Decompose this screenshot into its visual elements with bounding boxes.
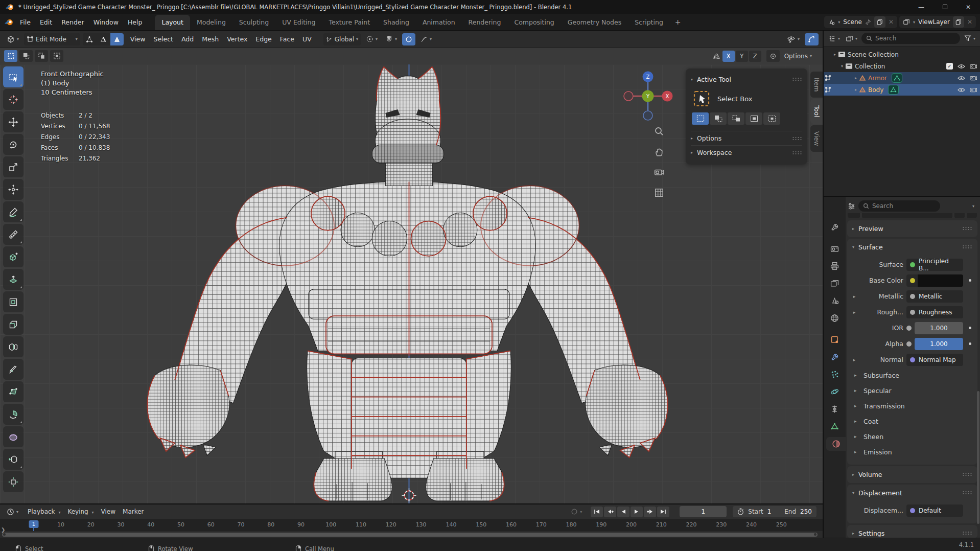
panel-header-settings[interactable]: ▸Settings	[847, 525, 977, 538]
properties-tab-object[interactable]	[826, 333, 844, 347]
workspace-tab-sculpting[interactable]: Sculpting	[232, 15, 275, 30]
menu-edit[interactable]: Edit	[35, 16, 57, 28]
transform-orientation-dropdown[interactable]: Global ▾	[323, 33, 361, 45]
tool-measure-button[interactable]	[3, 224, 24, 245]
tool-edge-slide-button[interactable]	[3, 449, 24, 470]
subpanel-emission[interactable]: ▸Emission	[850, 444, 973, 460]
workspace-tab-animation[interactable]: Animation	[416, 15, 462, 30]
viewport-menu-uv[interactable]: UV	[298, 34, 316, 44]
tool-select-box-button[interactable]	[3, 66, 24, 87]
outliner-search-input[interactable]: Search	[861, 33, 960, 44]
panel-grip[interactable]	[962, 245, 972, 249]
expand-toggle[interactable]: ▸	[855, 76, 857, 80]
properties-search-input[interactable]: Search	[858, 200, 940, 212]
remove-viewlayer-button[interactable]: ✕	[967, 18, 972, 26]
animate-decorator[interactable]	[966, 342, 973, 345]
panel-grip[interactable]	[962, 531, 972, 535]
animate-decorator[interactable]	[966, 279, 973, 282]
prop-field-metallic[interactable]: Metallic	[906, 290, 963, 303]
tool-bevel-button[interactable]	[3, 314, 24, 335]
tool-move-button[interactable]	[3, 111, 24, 132]
viewport-menu-face[interactable]: Face	[276, 34, 298, 44]
mirror-axis-x-button[interactable]: X	[722, 51, 735, 62]
workspace-section[interactable]: Workspace	[697, 149, 732, 156]
subpanel-coat[interactable]: ▸Coat	[850, 414, 973, 429]
properties-tab-output[interactable]	[826, 259, 844, 273]
viewport-menu-mesh[interactable]: Mesh	[198, 34, 223, 44]
panel-grip[interactable]	[962, 472, 972, 476]
properties-tab-scene[interactable]	[826, 294, 844, 308]
camera-toggle[interactable]	[970, 75, 977, 81]
timeline-menu-marker[interactable]: Marker	[119, 507, 147, 517]
color-swatch[interactable]	[918, 274, 963, 287]
close-button[interactable]: ✕	[956, 0, 980, 14]
prop-field-normal[interactable]: Normal Map	[906, 354, 963, 366]
panel-header-surface[interactable]: ▾Surface	[847, 239, 977, 255]
visibility-dropdown[interactable]: ▾	[784, 33, 802, 45]
workspace-tab-scripting[interactable]: Scripting	[628, 15, 670, 30]
properties-tab-view-layer[interactable]	[826, 277, 844, 290]
prev-keyframe-button[interactable]	[604, 507, 616, 517]
timeline-menu-view[interactable]: View	[98, 507, 119, 517]
viewport-menu-vertex[interactable]: Vertex	[223, 34, 251, 44]
tool-spin-button[interactable]	[3, 404, 24, 425]
select-mode-set-button[interactable]	[4, 50, 17, 62]
select-mode-extend-button[interactable]	[19, 50, 33, 62]
properties-tab-physics[interactable]	[826, 385, 844, 399]
outliner-filter-mode-dropdown[interactable]: ▾	[844, 32, 859, 44]
camera-view-button[interactable]	[652, 166, 666, 179]
tool-extrude-region-button[interactable]	[3, 269, 24, 290]
properties-scrollbar[interactable]	[977, 391, 979, 524]
workspace-expand-icon[interactable]: ▸	[691, 150, 693, 155]
vertex-select-button[interactable]	[83, 33, 96, 45]
tool-transform-button[interactable]	[3, 179, 24, 200]
workspace-tab-texture-paint[interactable]: Texture Paint	[322, 15, 377, 30]
panel-header-preview[interactable]: ▸Preview	[847, 221, 977, 236]
workspace-tab-uv-editing[interactable]: UV Editing	[275, 15, 322, 30]
mode-dropdown[interactable]: Edit Mode ▾	[24, 33, 80, 45]
next-keyframe-button[interactable]	[644, 507, 656, 517]
menu-render[interactable]: Render	[57, 16, 89, 28]
prop-field-rough-[interactable]: Roughness	[906, 306, 963, 318]
select-mode-subtract-button[interactable]	[35, 50, 48, 62]
mode-subtract-button[interactable]	[728, 112, 744, 125]
animate-decorator[interactable]	[966, 327, 973, 329]
eye-toggle[interactable]	[958, 87, 965, 93]
expand-toggle[interactable]: ▸	[834, 52, 836, 57]
properties-tab-render[interactable]	[826, 242, 844, 256]
properties-tab-particles[interactable]	[826, 368, 844, 381]
mode-extend-button[interactable]	[710, 112, 727, 125]
panel-grip[interactable]	[792, 77, 802, 81]
options-expand-icon[interactable]: ▸	[691, 136, 693, 141]
mirror-axis-y-button[interactable]: Y	[736, 51, 748, 62]
jump-to-end-button[interactable]	[657, 507, 669, 517]
tool-inset-faces-button[interactable]	[3, 291, 24, 312]
properties-editor-icon[interactable]	[848, 202, 855, 210]
timeline-scrollbar[interactable]	[2, 533, 818, 537]
subpanel-subsurface[interactable]: ▸Subsurface	[850, 368, 973, 383]
prop-field-displacem-[interactable]: Default	[906, 504, 963, 517]
outliner-row-body[interactable]: ▸Body	[824, 84, 980, 96]
select-mode-intersect-button[interactable]	[50, 50, 63, 62]
tool-shrink-fatten-button[interactable]	[3, 471, 24, 492]
viewport-menu-add[interactable]: Add	[177, 34, 198, 44]
mode-intersect-button[interactable]	[763, 112, 780, 125]
sidebar-tab-item[interactable]: Item	[810, 72, 823, 98]
workspace-tab-rendering[interactable]: Rendering	[462, 15, 508, 30]
auto-keying-toggle[interactable]: ▾	[568, 506, 585, 518]
expand-toggle[interactable]: ▸	[855, 87, 857, 92]
outliner-row-scene-collection[interactable]: ▸Scene Collection	[824, 49, 980, 60]
panel-header-displacement[interactable]: ▾Displacement	[847, 485, 977, 500]
camera-toggle[interactable]	[970, 63, 977, 70]
tool-annotate-button[interactable]	[3, 201, 24, 222]
pin-icon[interactable]	[865, 19, 871, 25]
editor-type-button[interactable]: ▾	[4, 33, 21, 45]
outliner-filter-dropdown[interactable]: ▾	[963, 32, 977, 44]
properties-tab-modifiers[interactable]	[826, 350, 844, 364]
add-workspace-button[interactable]: +	[670, 15, 686, 29]
eye-toggle[interactable]	[958, 64, 965, 69]
workspace-tab-shading[interactable]: Shading	[377, 15, 416, 30]
play-reverse-button[interactable]	[617, 507, 629, 517]
viewport-menu-select[interactable]: Select	[149, 34, 177, 44]
sidebar-tab-tool[interactable]: Tool	[810, 99, 823, 123]
